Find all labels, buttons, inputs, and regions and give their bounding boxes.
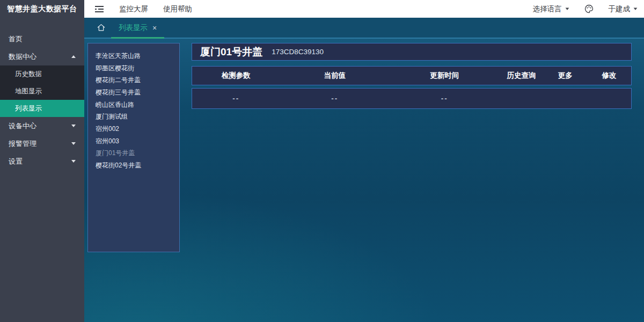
device-item-label: 宿州003 (96, 137, 119, 146)
device-list-item[interactable]: 宿州003 (88, 135, 179, 148)
column-header-modify: 修改 (587, 71, 631, 80)
sidebar-item-history-data[interactable]: 历史数据 (0, 65, 84, 83)
sidebar-item-label: 数据中心 (9, 52, 36, 62)
app-window: 智慧井盖大数据平台 首页 数据中心 历史数据 地图显示 列表显示 (0, 0, 644, 322)
topbar-right: 选择语言 于建成 (533, 4, 638, 14)
sidebar-item-label: 设备中心 (9, 121, 36, 131)
sidebar-item-alarm-management[interactable]: 报警管理 (0, 135, 84, 152)
device-title: 厦门01号井盖 (200, 45, 262, 59)
sidebar: 智慧井盖大数据平台 首页 数据中心 历史数据 地图显示 列表显示 (0, 0, 84, 322)
table-header-row: 检测参数 当前值 更新时间 历史查询 更多 修改 (192, 66, 632, 85)
language-selector[interactable]: 选择语言 (533, 4, 569, 14)
topbar-menu-monitor-screen[interactable]: 监控大屏 (119, 4, 148, 14)
data-center-submenu: 历史数据 地图显示 列表显示 (0, 65, 84, 117)
sidebar-item-label: 地图显示 (15, 87, 42, 96)
topbar-menu-help[interactable]: 使用帮助 (163, 4, 192, 14)
device-list-item[interactable]: 崂山区香山路 (88, 99, 179, 111)
column-header-update-time: 更新时间 (390, 71, 500, 80)
sidebar-item-list-display[interactable]: 列表显示 (0, 100, 84, 117)
chevron-down-icon (71, 125, 76, 127)
chevron-down-icon (634, 8, 638, 10)
app-logo: 智慧井盖大数据平台 (0, 0, 84, 18)
user-menu[interactable]: 于建成 (609, 4, 638, 14)
column-header-more: 更多 (543, 71, 587, 80)
theme-palette-icon[interactable] (584, 4, 594, 13)
column-header-history-query: 历史查询 (500, 71, 544, 80)
sidebar-item-label: 报警管理 (9, 139, 36, 149)
tab-list-display[interactable]: 列表显示 × (111, 18, 164, 38)
topbar: 监控大屏 使用帮助 选择语言 于建成 (84, 0, 644, 18)
device-list-item[interactable]: 樱花街二号井盖 (88, 74, 179, 86)
device-list-item-selected[interactable]: 厦门01号井盖 (88, 148, 179, 160)
cell-param: -- (192, 94, 280, 103)
device-item-label: 厦门测试组 (96, 112, 128, 121)
home-icon[interactable] (97, 23, 106, 32)
device-list-item[interactable]: 樱花街三号井盖 (88, 86, 179, 99)
sidebar-item-home[interactable]: 首页 (0, 30, 84, 48)
device-list-item[interactable]: 李沧区天茶山路 (88, 50, 179, 62)
cell-current-value: -- (280, 94, 390, 103)
close-icon[interactable]: × (152, 24, 157, 32)
detail-panel: 厦门01号井盖 173CD8C39130 检测参数 当前值 更新时间 历史查询 … (192, 43, 632, 109)
cell-update-time: -- (390, 94, 500, 103)
device-item-label: 即墨区樱花街 (96, 64, 134, 73)
column-header-param: 检测参数 (192, 71, 280, 80)
device-item-label: 樱花街二号井盖 (96, 76, 141, 85)
sidebar-nav: 首页 数据中心 历史数据 地图显示 列表显示 设备中心 (0, 18, 84, 170)
tabbar: 列表显示 × (84, 18, 644, 39)
username: 于建成 (609, 4, 631, 14)
chevron-up-icon (71, 55, 76, 58)
sidebar-item-data-center[interactable]: 数据中心 (0, 48, 84, 65)
sidebar-item-label: 列表显示 (15, 104, 42, 113)
table-row: -- -- -- (192, 88, 632, 109)
sidebar-item-map-display[interactable]: 地图显示 (0, 83, 84, 100)
main-content: 李沧区天茶山路 即墨区樱花街 樱花街二号井盖 樱花街三号井盖 崂山区香山路 厦门… (84, 39, 644, 322)
device-title-card: 厦门01号井盖 173CD8C39130 (192, 43, 632, 61)
device-item-label: 宿州002 (96, 125, 119, 134)
device-id: 173CD8C39130 (272, 48, 324, 56)
device-list-item[interactable]: 即墨区樱花街 (88, 62, 179, 75)
chevron-down-icon (71, 160, 76, 163)
language-selector-label: 选择语言 (533, 4, 562, 14)
collapse-menu-icon[interactable] (94, 5, 104, 13)
sidebar-item-label: 设置 (9, 157, 23, 166)
sidebar-item-label: 首页 (9, 34, 23, 44)
device-list-panel: 李沧区天茶山路 即墨区樱花街 樱花街二号井盖 樱花街三号井盖 崂山区香山路 厦门… (87, 43, 180, 252)
sidebar-item-device-center[interactable]: 设备中心 (0, 117, 84, 135)
device-item-label: 樱花街02号井盖 (96, 161, 141, 170)
device-list-item[interactable]: 樱花街02号井盖 (88, 159, 179, 172)
column-header-current-value: 当前值 (280, 71, 390, 80)
device-item-label: 厦门01号井盖 (96, 149, 135, 158)
device-list-item[interactable]: 宿州002 (88, 123, 179, 135)
device-item-label: 崂山区香山路 (96, 100, 134, 109)
chevron-down-icon (71, 142, 76, 145)
device-item-label: 樱花街三号井盖 (96, 88, 141, 97)
sidebar-item-label: 历史数据 (15, 70, 42, 79)
device-item-label: 李沧区天茶山路 (96, 52, 141, 61)
chevron-down-icon (565, 8, 569, 10)
tab-label: 列表显示 (119, 23, 148, 33)
device-list-item[interactable]: 厦门测试组 (88, 111, 179, 123)
sidebar-item-settings[interactable]: 设置 (0, 152, 84, 170)
